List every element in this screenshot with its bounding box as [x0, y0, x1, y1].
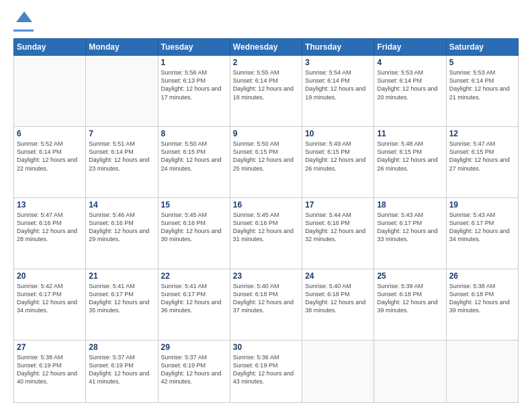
day-number: 15	[161, 200, 227, 210]
day-number: 14	[89, 200, 154, 210]
logo-icon	[15, 9, 34, 28]
calendar-cell: 5Sunrise: 5:53 AM Sunset: 6:14 PM Daylig…	[446, 56, 518, 127]
logo	[13, 12, 34, 32]
header	[13, 12, 519, 32]
week-row-2: 6Sunrise: 5:52 AM Sunset: 6:14 PM Daylig…	[14, 127, 519, 198]
day-info: Sunrise: 5:38 AM Sunset: 6:19 PM Dayligh…	[17, 353, 83, 386]
calendar-cell: 26Sunrise: 5:38 AM Sunset: 6:18 PM Dayli…	[446, 269, 518, 340]
day-number: 22	[161, 271, 227, 281]
day-number: 12	[449, 129, 515, 138]
calendar-cell: 30Sunrise: 5:36 AM Sunset: 6:19 PM Dayli…	[230, 340, 302, 402]
week-row-4: 20Sunrise: 5:42 AM Sunset: 6:17 PM Dayli…	[14, 269, 519, 340]
day-info: Sunrise: 5:51 AM Sunset: 6:14 PM Dayligh…	[89, 140, 154, 173]
day-info: Sunrise: 5:54 AM Sunset: 6:14 PM Dayligh…	[305, 68, 371, 101]
calendar-cell: 23Sunrise: 5:40 AM Sunset: 6:18 PM Dayli…	[230, 269, 302, 340]
logo-underline	[13, 30, 34, 32]
calendar-cell	[302, 340, 374, 402]
day-number: 13	[17, 200, 83, 210]
day-info: Sunrise: 5:53 AM Sunset: 6:14 PM Dayligh…	[377, 68, 443, 101]
calendar-cell	[86, 56, 158, 127]
day-info: Sunrise: 5:49 AM Sunset: 6:15 PM Dayligh…	[305, 140, 371, 173]
day-info: Sunrise: 5:45 AM Sunset: 6:16 PM Dayligh…	[233, 211, 299, 244]
day-number: 28	[89, 342, 154, 352]
day-info: Sunrise: 5:40 AM Sunset: 6:18 PM Dayligh…	[233, 282, 299, 315]
calendar-cell	[14, 56, 86, 127]
weekday-header-wednesday: Wednesday	[230, 39, 302, 56]
calendar-cell: 8Sunrise: 5:50 AM Sunset: 6:15 PM Daylig…	[158, 127, 230, 198]
week-row-1: 1Sunrise: 5:56 AM Sunset: 6:13 PM Daylig…	[14, 56, 519, 127]
day-info: Sunrise: 5:56 AM Sunset: 6:13 PM Dayligh…	[161, 68, 227, 101]
day-info: Sunrise: 5:37 AM Sunset: 6:19 PM Dayligh…	[161, 353, 227, 386]
calendar-cell: 2Sunrise: 5:55 AM Sunset: 6:14 PM Daylig…	[230, 56, 302, 127]
day-number: 6	[17, 129, 83, 138]
weekday-header-thursday: Thursday	[302, 39, 374, 56]
day-number: 9	[233, 129, 299, 138]
calendar-cell: 13Sunrise: 5:47 AM Sunset: 6:16 PM Dayli…	[14, 198, 86, 269]
day-info: Sunrise: 5:41 AM Sunset: 6:17 PM Dayligh…	[89, 282, 154, 315]
day-info: Sunrise: 5:36 AM Sunset: 6:19 PM Dayligh…	[233, 353, 299, 386]
day-number: 23	[233, 271, 299, 281]
day-info: Sunrise: 5:43 AM Sunset: 6:17 PM Dayligh…	[377, 211, 443, 244]
calendar-cell: 27Sunrise: 5:38 AM Sunset: 6:19 PM Dayli…	[14, 340, 86, 402]
day-number: 27	[17, 342, 83, 352]
page: SundayMondayTuesdayWednesdayThursdayFrid…	[0, 0, 532, 411]
calendar-cell: 7Sunrise: 5:51 AM Sunset: 6:14 PM Daylig…	[86, 127, 158, 198]
day-info: Sunrise: 5:40 AM Sunset: 6:18 PM Dayligh…	[305, 282, 371, 315]
calendar-cell: 24Sunrise: 5:40 AM Sunset: 6:18 PM Dayli…	[302, 269, 374, 340]
calendar-cell: 15Sunrise: 5:45 AM Sunset: 6:16 PM Dayli…	[158, 198, 230, 269]
day-info: Sunrise: 5:41 AM Sunset: 6:17 PM Dayligh…	[161, 282, 227, 315]
calendar-cell: 14Sunrise: 5:46 AM Sunset: 6:16 PM Dayli…	[86, 198, 158, 269]
weekday-header-sunday: Sunday	[14, 39, 86, 56]
day-info: Sunrise: 5:37 AM Sunset: 6:19 PM Dayligh…	[89, 353, 154, 386]
day-number: 18	[377, 200, 443, 210]
day-info: Sunrise: 5:48 AM Sunset: 6:15 PM Dayligh…	[377, 140, 443, 173]
calendar-cell: 9Sunrise: 5:50 AM Sunset: 6:15 PM Daylig…	[230, 127, 302, 198]
day-number: 11	[377, 129, 443, 138]
day-number: 16	[233, 200, 299, 210]
day-number: 29	[161, 342, 227, 352]
day-info: Sunrise: 5:50 AM Sunset: 6:15 PM Dayligh…	[233, 140, 299, 173]
day-number: 17	[305, 200, 371, 210]
day-number: 1	[161, 58, 227, 67]
day-info: Sunrise: 5:43 AM Sunset: 6:17 PM Dayligh…	[449, 211, 515, 244]
day-number: 10	[305, 129, 371, 138]
day-info: Sunrise: 5:46 AM Sunset: 6:16 PM Dayligh…	[89, 211, 154, 244]
day-info: Sunrise: 5:52 AM Sunset: 6:14 PM Dayligh…	[17, 140, 83, 173]
day-number: 7	[89, 129, 154, 138]
calendar-cell: 4Sunrise: 5:53 AM Sunset: 6:14 PM Daylig…	[374, 56, 446, 127]
calendar-cell: 11Sunrise: 5:48 AM Sunset: 6:15 PM Dayli…	[374, 127, 446, 198]
day-info: Sunrise: 5:53 AM Sunset: 6:14 PM Dayligh…	[449, 68, 515, 101]
weekday-header-tuesday: Tuesday	[158, 39, 230, 56]
day-number: 8	[161, 129, 227, 138]
svg-marker-0	[16, 11, 32, 22]
calendar-cell: 29Sunrise: 5:37 AM Sunset: 6:19 PM Dayli…	[158, 340, 230, 402]
calendar-cell: 21Sunrise: 5:41 AM Sunset: 6:17 PM Dayli…	[86, 269, 158, 340]
day-number: 5	[449, 58, 515, 67]
calendar-table: SundayMondayTuesdayWednesdayThursdayFrid…	[13, 38, 519, 403]
calendar-cell: 17Sunrise: 5:44 AM Sunset: 6:16 PM Dayli…	[302, 198, 374, 269]
calendar-cell: 16Sunrise: 5:45 AM Sunset: 6:16 PM Dayli…	[230, 198, 302, 269]
day-info: Sunrise: 5:39 AM Sunset: 6:18 PM Dayligh…	[377, 282, 443, 315]
weekday-header-monday: Monday	[86, 39, 158, 56]
calendar-cell: 1Sunrise: 5:56 AM Sunset: 6:13 PM Daylig…	[158, 56, 230, 127]
calendar-cell: 28Sunrise: 5:37 AM Sunset: 6:19 PM Dayli…	[86, 340, 158, 402]
calendar-cell: 12Sunrise: 5:47 AM Sunset: 6:15 PM Dayli…	[446, 127, 518, 198]
day-info: Sunrise: 5:55 AM Sunset: 6:14 PM Dayligh…	[233, 68, 299, 101]
day-info: Sunrise: 5:47 AM Sunset: 6:16 PM Dayligh…	[17, 211, 83, 244]
day-number: 19	[449, 200, 515, 210]
day-number: 3	[305, 58, 371, 67]
day-number: 21	[89, 271, 154, 281]
calendar-cell: 6Sunrise: 5:52 AM Sunset: 6:14 PM Daylig…	[14, 127, 86, 198]
calendar-cell	[374, 340, 446, 402]
day-number: 20	[17, 271, 83, 281]
calendar-cell: 10Sunrise: 5:49 AM Sunset: 6:15 PM Dayli…	[302, 127, 374, 198]
weekday-header-row: SundayMondayTuesdayWednesdayThursdayFrid…	[14, 39, 519, 56]
day-info: Sunrise: 5:44 AM Sunset: 6:16 PM Dayligh…	[305, 211, 371, 244]
calendar-cell: 20Sunrise: 5:42 AM Sunset: 6:17 PM Dayli…	[14, 269, 86, 340]
calendar-cell: 25Sunrise: 5:39 AM Sunset: 6:18 PM Dayli…	[374, 269, 446, 340]
week-row-3: 13Sunrise: 5:47 AM Sunset: 6:16 PM Dayli…	[14, 198, 519, 269]
weekday-header-saturday: Saturday	[446, 39, 518, 56]
day-number: 26	[449, 271, 515, 281]
calendar-cell: 19Sunrise: 5:43 AM Sunset: 6:17 PM Dayli…	[446, 198, 518, 269]
day-number: 30	[233, 342, 299, 352]
